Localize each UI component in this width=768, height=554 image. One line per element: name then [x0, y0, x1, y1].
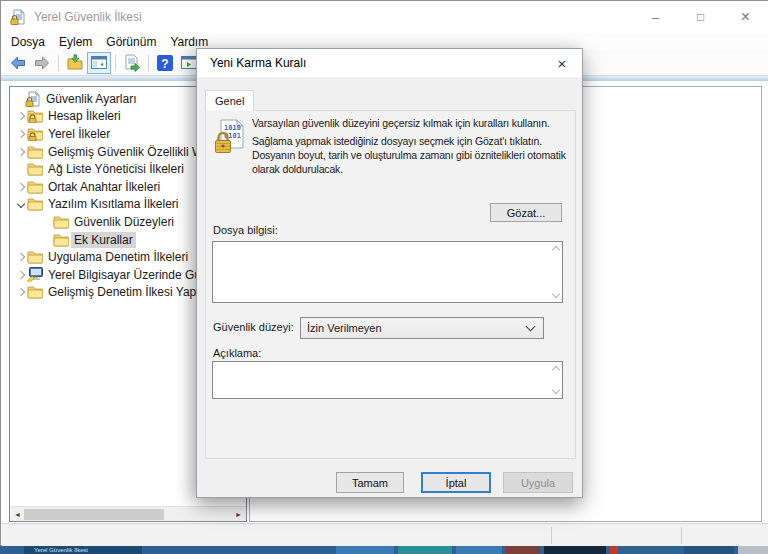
expander-icon[interactable]: [16, 288, 24, 296]
toolbar-separator: [115, 55, 116, 71]
description-field-wrap: [212, 361, 563, 399]
taskbar-segment[interactable]: [336, 546, 394, 554]
folder-icon: [27, 285, 43, 299]
expander-icon[interactable]: [16, 200, 24, 208]
expander-icon[interactable]: [16, 112, 24, 120]
folder-icon: [27, 145, 43, 159]
tree-item-label: Yazılım Kısıtlama İlkeleri: [45, 196, 181, 212]
cancel-button[interactable]: İptal: [421, 472, 491, 493]
computer-policy-icon: [27, 267, 43, 282]
export-list-button[interactable]: [120, 52, 144, 74]
tree-item-label: Güvenlik Düzeyleri: [71, 214, 177, 230]
toolbar-separator: [148, 55, 149, 71]
taskbar-segment[interactable]: [622, 546, 680, 554]
show-console-tree-button[interactable]: [87, 52, 111, 74]
file-info-textarea[interactable]: [213, 242, 562, 302]
back-icon: [9, 54, 27, 72]
folder-icon: [27, 162, 43, 176]
taskbar-segment[interactable]: [544, 546, 606, 554]
folder-lock-icon: [27, 109, 43, 123]
expander-icon[interactable]: [16, 270, 24, 278]
taskbar-segment[interactable]: [684, 546, 734, 554]
security-level-dropdown[interactable]: İzin Verilmeyen: [300, 317, 544, 339]
back-button[interactable]: [6, 52, 30, 74]
statusbar-separator: [681, 527, 682, 544]
scroll-left-arrow-icon[interactable]: ◄: [10, 507, 25, 522]
help-button[interactable]: ?: [153, 52, 177, 74]
taskbar-segment[interactable]: [738, 546, 768, 554]
dialog-instructions: Varsayılan güvenlik düzeyini geçersiz kı…: [252, 117, 574, 180]
app-icon: [10, 9, 26, 25]
export-list-icon: [123, 54, 141, 72]
tree-item-label: Ortak Anahtar İlkeleri: [45, 179, 163, 195]
taskbar-app-button[interactable]: Yerel Güvenlik İlkesi: [24, 546, 142, 554]
tree-item-label: Gelişmiş Güvenlik Özellikli W: [45, 144, 206, 160]
tab-genel[interactable]: Genel: [205, 90, 254, 111]
menu-item[interactable]: Yardım: [170, 35, 218, 49]
folder-icon: [27, 180, 43, 194]
forward-button[interactable]: [30, 52, 54, 74]
forward-icon: [33, 54, 51, 72]
menu-item[interactable]: Eylem: [59, 35, 102, 49]
expander-icon[interactable]: [16, 183, 24, 191]
dialog-title: Yeni Karma Kuralı: [197, 56, 306, 70]
apply-button[interactable]: Uygula: [503, 472, 573, 493]
title-bar: Yerel Güvenlik İlkesi – □ ×: [1, 1, 768, 33]
scroll-right-arrow-icon[interactable]: ►: [231, 507, 246, 522]
tree-item-label: Ağ Liste Yöneticisi İlkeleri: [45, 161, 187, 177]
security-settings-icon: [25, 91, 41, 107]
expander-icon[interactable]: [16, 147, 24, 155]
description-label: Açıklama:: [213, 347, 261, 359]
security-level-label: Güvenlik düzeyi:: [213, 321, 294, 333]
description-textarea[interactable]: [213, 362, 562, 398]
menu-item[interactable]: Görünüm: [106, 35, 166, 49]
tree-item-label: Güvenlik Ayarları: [43, 91, 140, 107]
folder-icon: [27, 250, 43, 264]
taskbar[interactable]: Yerel Güvenlik İlkesi: [0, 546, 768, 554]
hash-rule-icon: 10100101: [214, 119, 246, 155]
folder-icon: [27, 197, 43, 211]
browse-button[interactable]: Gözat...: [490, 203, 562, 222]
file-info-label: Dosya bilgisi:: [213, 224, 278, 236]
up-one-level-icon: [66, 54, 84, 72]
folder-icon: [53, 215, 69, 229]
expander-icon[interactable]: [16, 253, 24, 261]
dialog-close-button[interactable]: ×: [542, 49, 582, 77]
tree-item-label: Ek Kurallar: [71, 232, 136, 248]
toolbar-separator: [58, 55, 59, 71]
tab-page: 10100101 Varsayılan güvenlik düzeyini ge…: [205, 110, 576, 459]
tree-item-label: Yerel Bilgisayar Üzerinde Gü: [45, 267, 204, 283]
tree-item-label: Uygulama Denetim İlkeleri: [45, 249, 191, 265]
file-info-field-wrap: [212, 241, 563, 303]
minimize-button[interactable]: –: [633, 1, 678, 33]
help-icon: ?: [156, 54, 174, 72]
statusbar-separator: [551, 527, 552, 544]
scrollbar-thumb[interactable]: [24, 509, 164, 520]
taskbar-segment[interactable]: [610, 546, 618, 554]
tree-item-label: Yerel İlkeler: [45, 126, 113, 142]
folder-icon: [53, 233, 69, 247]
expander-icon[interactable]: [16, 130, 24, 138]
instruction-line-1: Varsayılan güvenlik düzeyini geçersiz kı…: [252, 117, 574, 131]
new-hash-rule-dialog: Yeni Karma Kuralı × Genel 10100101 Varsa…: [196, 48, 583, 498]
window-title: Yerel Güvenlik İlkesi: [34, 10, 142, 24]
taskbar-segment[interactable]: [506, 546, 540, 554]
svg-text:?: ?: [161, 56, 168, 70]
menu-item[interactable]: Dosya: [11, 35, 55, 49]
tree-item-label: Gelişmiş Denetim İlkesi Yap: [45, 284, 199, 300]
instruction-line-2: Sağlama yapmak istediğiniz dosyayı seçme…: [252, 135, 574, 177]
tree-item-label: Hesap İlkeleri: [45, 108, 124, 124]
maximize-button[interactable]: □: [678, 1, 723, 33]
security-level-value: İzin Verilmeyen: [307, 322, 527, 334]
chevron-down-icon: [526, 322, 536, 332]
dialog-title-bar: Yeni Karma Kuralı ×: [197, 49, 582, 77]
taskbar-segment[interactable]: [456, 546, 502, 554]
up-one-level-button[interactable]: [63, 52, 87, 74]
horizontal-scrollbar[interactable]: ◄ ►: [10, 506, 246, 521]
show-console-tree-icon: [90, 54, 108, 72]
dialog-button-row: Tamam İptal Uygula: [197, 472, 584, 493]
taskbar-segment[interactable]: [398, 546, 452, 554]
ok-button[interactable]: Tamam: [336, 472, 404, 493]
status-bar: [2, 523, 768, 546]
close-button[interactable]: ×: [723, 1, 768, 33]
